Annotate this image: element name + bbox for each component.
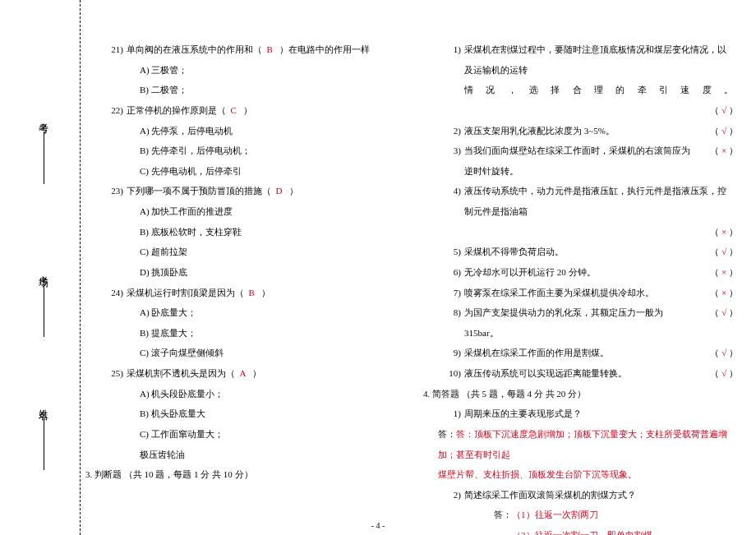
q21-opt-a: A) 三极管；	[100, 60, 400, 81]
q24: 24)采煤机运行时割顶梁是因为（ B ）	[100, 283, 400, 303]
q24-opt-a: A) 卧底量大；	[100, 302, 400, 323]
q21-answer: B	[267, 44, 273, 54]
label-exam-no: 考号：	[38, 115, 49, 130]
q23-opt-d: D) 挑顶卧底	[100, 262, 400, 283]
q23-opt-b: B) 底板松软时，支柱穿鞋	[100, 222, 400, 242]
q25: 25)采煤机割不透机头是因为（ A ）	[100, 363, 400, 384]
q23-answer: D	[276, 186, 283, 196]
sa-a1-line2: 煤壁片帮、支柱折损、顶板发生台阶下沉等现象。	[438, 464, 738, 485]
q24-opt-c: C) 滚子向煤壁侧倾斜	[100, 343, 400, 363]
tf-6: 6) 无冷却水可以开机运行 20 分钟。 （ × ）	[438, 262, 738, 283]
q23-opt-a: A) 加快工作面的推进度	[100, 201, 400, 222]
q22-answer: C	[231, 105, 237, 115]
q25-opt-b: B) 机头卧底量大	[100, 404, 400, 424]
tf-1: 1) 采煤机在割煤过程中，要随时注意顶底板情况和煤层变化情况，以及运输机的运转	[438, 39, 738, 80]
field-name: 姓名：	[36, 401, 50, 470]
left-column: 21)单向阀的在液压系统中的作用和（ B ）在电路中的作用一样 A) 三极管； …	[81, 39, 418, 535]
sa-q2: 2) 简述综采工作面双滚筒采煤机的割煤方式？	[438, 485, 738, 505]
field-exam-no: 考号：	[36, 115, 50, 184]
q24-opt-b: B) 提底量大；	[100, 323, 400, 344]
section-3-header: 3. 判断题 （共 10 题，每题 1 分 共 10 分）	[85, 464, 400, 485]
tf-1-mark: （ √ ）	[438, 100, 738, 121]
q21-opt-b: B) 二极管；	[100, 80, 400, 100]
sa-q1: 1) 周期来压的主要表现形式是？	[438, 404, 738, 424]
tf-9: 9) 采煤机在综采工作面的作用是割煤。 （ √ ）	[438, 343, 738, 363]
field-room: 考场：	[36, 268, 50, 337]
q22-opt-b: B) 先停牵引，后停电动机；	[100, 141, 400, 161]
content-area: 21)单向阀的在液压系统中的作用和（ B ）在电路中的作用一样 A) 三极管； …	[81, 0, 756, 535]
binding-strip: 考号： 考场： 姓名：	[0, 0, 81, 535]
q23: 23)下列哪一项不属于预防冒顶的措施（ D ）	[100, 181, 400, 201]
q23-opt-c: C) 超前拉架	[100, 242, 400, 262]
label-name: 姓名：	[38, 401, 49, 416]
q22-opt-a: A) 先停泵，后停电动机	[100, 121, 400, 141]
sa-a1-line1: 答：答：顶板下沉速度急剧增加；顶板下沉量变大；支柱所受载荷普遍增加；甚至有时引起	[438, 424, 738, 464]
tf-10: 10) 液压传动系统可以实现远距离能量转换。 （ √ ）	[438, 363, 738, 384]
tf-3: 3) 当我们面向煤壁站在综采工作面时，采煤机的右滚筒应为逆时针旋转。 （ × ）	[438, 141, 738, 181]
tf-5: 5) 采煤机不得带负荷启动。 （ √ ）	[438, 242, 738, 262]
extra-line: 极压齿轮油	[100, 445, 400, 465]
page-number: - 4 -	[0, 521, 756, 530]
tf-7: 7) 喷雾泵在综采工作面主要为采煤机提供冷却水。 （ × ）	[438, 283, 738, 303]
tf-4-mark: （ × ）	[438, 222, 738, 242]
tf-1-line2: 情况，选择合理的牵引速度。	[438, 80, 738, 100]
label-room: 考场：	[38, 268, 49, 283]
q22: 22)正常停机的操作原则是（ C ）	[100, 100, 400, 121]
right-column: 1) 采煤机在割煤过程中，要随时注意顶底板情况和煤层变化情况，以及运输机的运转 …	[418, 39, 756, 535]
q22-opt-c: C) 先停电动机，后停牵引	[100, 161, 400, 182]
q25-opt-c: C) 工作面窜动量大；	[100, 424, 400, 445]
q24-answer: B	[249, 288, 255, 297]
q25-answer: A	[240, 368, 246, 378]
tf-2: 2) 液压支架用乳化液配比浓度为 3~5%。 （ √ ）	[438, 121, 738, 141]
tf-4: 4) 液压传动系统中，动力元件是指液压缸，执行元件是指液压泵，控制元件是指油箱	[438, 181, 738, 221]
q25-opt-a: A) 机头段卧底量小；	[100, 384, 400, 404]
q21: 21)单向阀的在液压系统中的作用和（ B ）在电路中的作用一样	[100, 39, 400, 60]
tf-8: 8) 为国产支架提供动力的乳化泵，其额定压力一般为 315bar。 （ √ ）	[438, 302, 738, 343]
section-4-header: 4. 简答题 （共 5 题，每题 4 分 共 20 分）	[423, 384, 738, 404]
